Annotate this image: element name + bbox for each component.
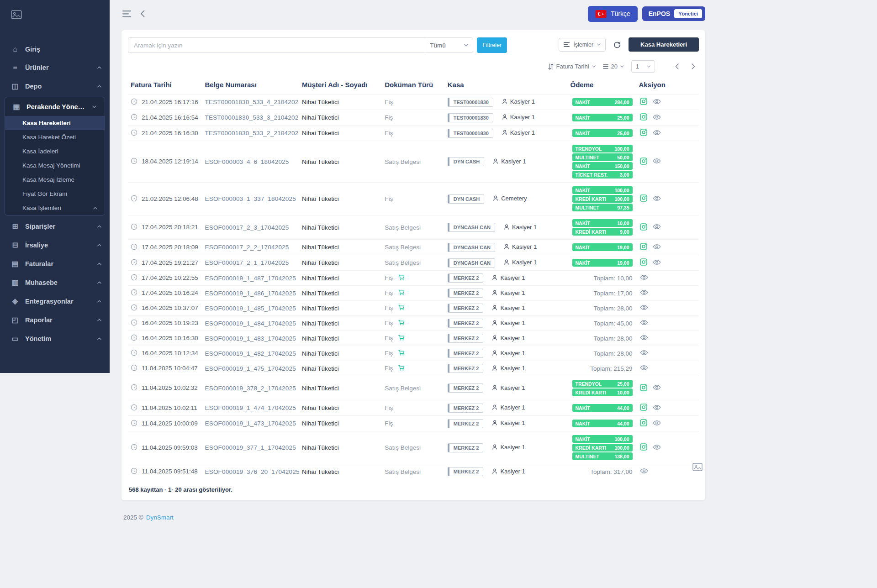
cart-icon[interactable] bbox=[398, 274, 405, 282]
eye-icon[interactable] bbox=[653, 404, 661, 412]
document-number-link[interactable]: ESOF000019_1_484_17042025 bbox=[205, 320, 296, 327]
payment-badge: NAKİT44,00 bbox=[572, 404, 633, 412]
camera-icon[interactable] bbox=[640, 384, 647, 393]
document-number-link[interactable]: ESOF000017_2_1_17042025 bbox=[205, 259, 289, 266]
document-type: Satış Belgesi bbox=[385, 444, 421, 451]
invoice-date: 11.04.2025 10:04:47 bbox=[142, 365, 198, 372]
document-number-link[interactable]: ESOF000017_2_2_17042025 bbox=[205, 244, 289, 251]
filter-button[interactable]: Filtreler bbox=[477, 37, 507, 53]
page-size-button[interactable]: 20 bbox=[603, 63, 624, 70]
document-type: Satış Belgesi bbox=[385, 244, 421, 251]
payment-method: NAKİT bbox=[576, 405, 590, 411]
document-number-link[interactable]: ESOF000019_1_475_17042025 bbox=[205, 365, 296, 372]
chevron-down-icon bbox=[620, 65, 624, 68]
customer-name: Nihai Tüketici bbox=[302, 290, 339, 297]
register-badge: MERKEZ 2 bbox=[448, 443, 484, 452]
eye-icon[interactable] bbox=[640, 335, 648, 342]
chevron-icon bbox=[97, 244, 101, 247]
document-number-link[interactable]: ESOF000019_1_485_17042025 bbox=[205, 305, 296, 312]
document-number-link[interactable]: TEST00001830_533_4_21042025 bbox=[205, 99, 300, 105]
camera-icon[interactable] bbox=[640, 258, 647, 267]
document-number-link[interactable]: ESOF000019_1_483_17042025 bbox=[205, 335, 296, 342]
invoice-date: 16.04.2025 10:37:07 bbox=[142, 304, 198, 311]
enpos-button[interactable]: EnPOS Yönetici bbox=[642, 6, 705, 21]
language-button[interactable]: Türkçe bbox=[588, 6, 638, 22]
table-header-row: Fatura TarihiBelge NumarasıMüşteri Adı -… bbox=[128, 76, 699, 94]
document-number-link[interactable]: ESOF000019_377_1_17042025 bbox=[205, 444, 296, 451]
clock-icon bbox=[131, 349, 137, 357]
document-number-link[interactable]: TEST00001830_533_3_21042025 bbox=[205, 114, 300, 121]
camera-icon[interactable] bbox=[640, 158, 647, 166]
prev-page-button[interactable] bbox=[672, 63, 682, 70]
chevron-icon bbox=[97, 85, 101, 88]
camera-icon[interactable] bbox=[640, 194, 647, 203]
menu-toggle-icon[interactable] bbox=[122, 10, 132, 18]
eye-icon[interactable] bbox=[653, 420, 661, 427]
brand-link[interactable]: DynSmart bbox=[146, 514, 174, 521]
search-input[interactable] bbox=[128, 37, 425, 53]
eye-icon[interactable] bbox=[653, 114, 661, 121]
sidebar-subitem-fiyat-gor-ekrani: Fiyat Gör Ekranı bbox=[5, 187, 105, 201]
eye-icon[interactable] bbox=[640, 274, 648, 282]
cart-icon[interactable] bbox=[398, 335, 405, 342]
camera-icon[interactable] bbox=[640, 419, 647, 428]
eye-icon[interactable] bbox=[653, 130, 661, 137]
eye-icon[interactable] bbox=[653, 259, 661, 267]
back-chevron-icon[interactable] bbox=[139, 9, 146, 18]
camera-icon[interactable] bbox=[640, 404, 647, 412]
chevron-down-icon bbox=[464, 44, 468, 47]
eye-icon[interactable] bbox=[653, 444, 661, 452]
camera-icon[interactable] bbox=[640, 243, 647, 252]
eye-icon[interactable] bbox=[640, 350, 648, 357]
document-type: Satış Belgesi bbox=[385, 224, 421, 231]
eye-icon[interactable] bbox=[653, 244, 661, 251]
eye-icon[interactable] bbox=[653, 195, 661, 203]
camera-icon[interactable] bbox=[640, 98, 647, 106]
document-number-link[interactable]: ESOF000019_378_2_17042025 bbox=[205, 385, 296, 392]
customer-name: Nihai Tüketici bbox=[302, 130, 339, 136]
document-number-link[interactable]: ESOF000019_376_20_17042025 bbox=[205, 468, 300, 475]
eye-icon[interactable] bbox=[653, 224, 661, 231]
cart-icon[interactable] bbox=[398, 320, 405, 327]
eye-icon[interactable] bbox=[653, 158, 661, 165]
cart-icon[interactable] bbox=[398, 289, 405, 297]
document-number-link[interactable]: TEST00001830_533_2_21042025 bbox=[205, 130, 300, 136]
footer-image-placeholder[interactable] bbox=[692, 463, 703, 473]
eye-icon[interactable] bbox=[640, 320, 648, 327]
payment-cell: NAKİT100,00KREDİ KARTI100,00MULTINET97,3… bbox=[568, 183, 636, 215]
document-number-link[interactable]: ESOF000003_4_6_18042025 bbox=[205, 158, 289, 165]
table-row: 11.04.2025 09:51:48 ESOF000019_376_20_17… bbox=[128, 464, 699, 479]
warehouse-icon: ◫ bbox=[11, 82, 19, 90]
eye-icon[interactable] bbox=[653, 99, 661, 106]
document-number-link[interactable]: ESOF000019_1_487_17042025 bbox=[205, 275, 296, 282]
scope-select[interactable]: Tümü bbox=[425, 37, 473, 53]
eye-icon[interactable] bbox=[640, 468, 648, 475]
payment-amount: 44,00 bbox=[617, 405, 629, 411]
actions-dropdown-button[interactable]: İşlemler bbox=[559, 38, 606, 52]
camera-icon[interactable] bbox=[640, 129, 647, 137]
page-number-select[interactable]: 1 bbox=[631, 60, 655, 73]
eye-icon[interactable] bbox=[640, 304, 648, 312]
cart-icon[interactable] bbox=[398, 350, 405, 357]
cart-icon[interactable] bbox=[398, 365, 405, 373]
document-number-link[interactable]: ESOF000003_1_337_18042025 bbox=[205, 195, 296, 202]
payment-method: KREDİ KARTI bbox=[576, 229, 607, 235]
eye-icon[interactable] bbox=[640, 289, 648, 297]
eye-icon[interactable] bbox=[640, 365, 648, 372]
eye-icon[interactable] bbox=[653, 384, 661, 392]
document-number-link[interactable]: ESOF000019_1_486_17042025 bbox=[205, 290, 296, 297]
document-number-link[interactable]: ESOF000017_2_3_17042025 bbox=[205, 224, 289, 231]
clock-icon bbox=[131, 223, 137, 231]
sort-button[interactable]: Fatura Tarihi bbox=[548, 63, 596, 70]
camera-icon[interactable] bbox=[640, 443, 647, 452]
content-card: Tümü Filtreler İşlemler bbox=[122, 30, 705, 500]
document-number-link[interactable]: ESOF000019_1_474_17042025 bbox=[205, 404, 296, 411]
next-page-button[interactable] bbox=[689, 63, 698, 70]
camera-icon[interactable] bbox=[640, 113, 647, 122]
document-number-link[interactable]: ESOF000019_1_473_17042025 bbox=[205, 420, 296, 427]
document-number-link[interactable]: ESOF000019_1_482_17042025 bbox=[205, 350, 296, 357]
refresh-icon[interactable] bbox=[610, 38, 624, 52]
camera-icon[interactable] bbox=[640, 223, 647, 232]
list-icon bbox=[564, 42, 570, 47]
cart-icon[interactable] bbox=[398, 304, 405, 312]
